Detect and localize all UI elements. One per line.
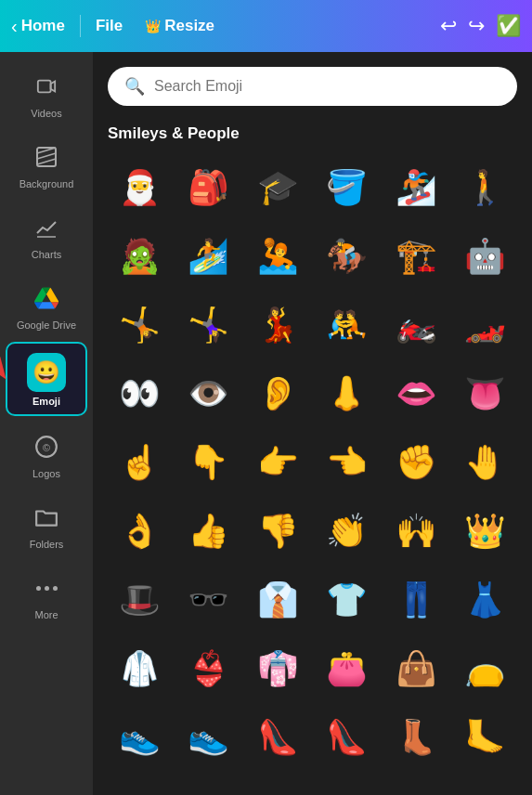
emoji-cell[interactable]: 👝 (454, 637, 517, 700)
sidebar-item-logos[interactable]: © Logos (6, 420, 87, 487)
emoji-label: Emoji (32, 396, 60, 407)
emoji-cell[interactable]: 👌 (108, 500, 171, 563)
top-bar-center: File 👑 Resize (96, 17, 433, 35)
emoji-cell[interactable]: 👛 (316, 637, 379, 700)
emoji-cell[interactable]: 👘 (246, 637, 309, 700)
emoji-cell[interactable]: 👑 (454, 500, 517, 563)
crown-icon: 👑 (145, 19, 161, 33)
top-bar-actions: ↩ ↪ ✅ (440, 14, 521, 38)
emoji-cell[interactable]: 👜 (384, 637, 448, 700)
emoji-cell[interactable]: 👖 (384, 568, 448, 632)
emoji-cell[interactable]: 👠 (246, 706, 309, 769)
sidebar-item-google-drive[interactable]: Google Drive (6, 271, 87, 338)
emoji-cell[interactable]: 👎 (246, 500, 309, 563)
search-bar[interactable]: 🔍 (108, 67, 517, 106)
background-icon (29, 139, 64, 175)
emoji-cell[interactable]: 🏄 (177, 225, 240, 288)
emoji-cell[interactable]: 🏗️ (384, 225, 448, 288)
emoji-cell[interactable]: 🏎️ (454, 293, 517, 357)
logos-icon: © (29, 429, 64, 464)
emoji-cell[interactable]: 👗 (454, 568, 517, 632)
emoji-cell[interactable]: 👁️ (177, 362, 240, 425)
logos-label: Logos (32, 468, 60, 479)
sidebar-item-videos[interactable]: Videos (6, 59, 87, 126)
sidebar-item-emoji[interactable]: 😀 Emoji (6, 342, 87, 416)
emoji-content: 🔍 Smileys & People 🎅 🎒 🎓 🪣 🏂 🚶 🧟 🏄 🤽 🏇 🏗… (93, 52, 532, 795)
emoji-cell[interactable]: ☝️ (108, 431, 171, 494)
top-bar-divider (80, 15, 81, 37)
sidebar-item-charts[interactable]: Charts (6, 201, 87, 267)
file-button[interactable]: File (96, 17, 123, 35)
emoji-cell[interactable]: 🎩 (108, 568, 171, 632)
emoji-cell[interactable]: 👃 (316, 362, 379, 425)
sidebar-item-background[interactable]: Background (6, 130, 87, 197)
svg-rect-0 (38, 81, 51, 93)
emoji-cell[interactable]: 👍 (177, 500, 240, 563)
emoji-cell[interactable]: 🤖 (454, 225, 517, 288)
folders-label: Folders (30, 539, 64, 550)
emoji-cell[interactable]: 👕 (316, 568, 379, 632)
emoji-cell[interactable]: 🚶 (454, 156, 517, 219)
emoji-cell[interactable]: 🎓 (246, 156, 309, 219)
emoji-cell[interactable]: 👢 (384, 706, 448, 769)
emoji-cell[interactable]: 🤸‍♀️ (177, 293, 240, 357)
videos-icon (29, 69, 64, 104)
folders-icon (29, 500, 64, 535)
emoji-cell[interactable]: 🕶️ (177, 568, 240, 632)
emoji-cell[interactable]: 🥼 (108, 637, 171, 700)
more-icon (29, 570, 64, 606)
emoji-cell[interactable]: 🪣 (316, 156, 379, 219)
google-drive-label: Google Drive (17, 319, 76, 331)
emoji-cell[interactable]: 👀 (108, 362, 171, 425)
sidebar-item-more[interactable]: More (6, 561, 87, 628)
emoji-cell[interactable]: 👄 (384, 362, 448, 425)
emoji-cell[interactable]: 🤼 (316, 293, 379, 357)
back-chevron-icon: ‹ (11, 16, 18, 37)
emoji-cell[interactable]: 🏍️ (384, 293, 448, 357)
resize-button[interactable]: 👑 Resize (145, 17, 214, 35)
emoji-cell[interactable]: 🙌 (384, 500, 448, 563)
emoji-cell[interactable]: 👔 (246, 568, 309, 632)
emoji-cell[interactable]: 🏂 (384, 156, 448, 219)
emoji-cell[interactable]: ✊ (384, 431, 448, 494)
emoji-cell[interactable]: 👅 (454, 362, 517, 425)
emoji-cell[interactable]: 👇 (177, 431, 240, 494)
emoji-cell[interactable]: 👈 (316, 431, 379, 494)
back-button[interactable]: ‹ Home (11, 16, 65, 37)
svg-line-4 (37, 159, 56, 164)
search-input[interactable] (154, 78, 500, 95)
file-label: File (96, 17, 123, 35)
emoji-cell[interactable]: 🤸 (108, 293, 171, 357)
google-drive-icon (29, 280, 64, 316)
emoji-grid: 🎅 🎒 🎓 🪣 🏂 🚶 🧟 🏄 🤽 🏇 🏗️ 🤖 🤸 🤸‍♀️ 💃 🤼 🏍️ 🏎… (108, 156, 517, 769)
emoji-cell[interactable]: 👏 (316, 500, 379, 563)
more-label: More (34, 609, 58, 620)
svg-line-3 (37, 153, 56, 159)
emoji-cell[interactable]: 🎅 (108, 156, 171, 219)
sidebar-item-folders[interactable]: Folders (6, 490, 87, 557)
check-icon[interactable]: ✅ (496, 14, 521, 38)
emoji-cell[interactable]: 👙 (177, 637, 240, 700)
emoji-cell[interactable]: 👟 (177, 706, 240, 769)
resize-label: Resize (164, 17, 214, 35)
emoji-cell[interactable]: 🧟 (108, 225, 171, 288)
emoji-cell[interactable]: 🏇 (316, 225, 379, 288)
search-icon: 🔍 (124, 76, 145, 97)
emoji-cell[interactable]: 👂 (246, 362, 309, 425)
main-layout: Videos Background Charts (0, 52, 532, 795)
emoji-cell[interactable]: 🤚 (454, 431, 517, 494)
emoji-cell[interactable]: 🦶 (454, 706, 517, 769)
charts-label: Charts (32, 249, 61, 260)
sidebar: Videos Background Charts (0, 52, 93, 795)
emoji-cell[interactable]: 🎒 (177, 156, 240, 219)
svg-text:©: © (43, 442, 50, 453)
emoji-cell[interactable]: 👟 (108, 706, 171, 769)
emoji-cell[interactable]: 👠 (316, 706, 379, 769)
background-label: Background (19, 178, 74, 189)
emoji-cell[interactable]: 💃 (246, 293, 309, 357)
emoji-cell[interactable]: 🤽 (246, 225, 309, 288)
redo-icon[interactable]: ↪ (468, 14, 485, 38)
videos-label: Videos (31, 108, 61, 119)
emoji-cell[interactable]: 👉 (246, 431, 309, 494)
undo-icon[interactable]: ↩ (440, 14, 457, 38)
